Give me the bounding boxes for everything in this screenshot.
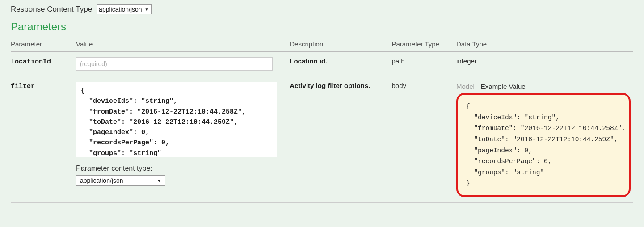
table-row: filter Parameter content type: applicati… — [11, 76, 633, 203]
response-content-type-row: Response Content Type application/json ▼ — [11, 4, 633, 14]
param-content-type-value: application/json — [80, 177, 123, 184]
parameters-heading: Parameters — [11, 21, 633, 33]
locationid-param-type: path — [391, 57, 404, 65]
parameters-table: Parameter Value Description Parameter Ty… — [11, 37, 633, 203]
param-content-type-label: Parameter content type: — [76, 164, 287, 172]
param-name-filter: filter — [11, 83, 35, 90]
table-header-row: Parameter Value Description Parameter Ty… — [11, 37, 633, 52]
header-data-type: Data Type — [456, 37, 633, 52]
locationid-input[interactable] — [76, 57, 273, 71]
data-type-tabs: Model Example Value — [456, 83, 631, 90]
locationid-description: Location id. — [290, 57, 327, 65]
header-description: Description — [290, 37, 391, 52]
filter-description: Activity log filter options. — [290, 82, 370, 89]
param-content-type-select[interactable]: application/json ▼ — [76, 175, 165, 186]
locationid-data-type: integer — [456, 57, 477, 65]
example-value-box[interactable]: { "deviceIds": "string", "fromDate": "20… — [456, 93, 631, 197]
filter-textarea[interactable] — [76, 82, 277, 156]
param-name-locationid: locationId — [11, 58, 51, 66]
header-param-type: Parameter Type — [391, 37, 456, 52]
filter-param-type: body — [391, 82, 406, 89]
table-row: locationId Location id. path integer — [11, 52, 633, 76]
response-content-type-value: application/json — [99, 6, 142, 13]
response-content-type-select[interactable]: application/json ▼ — [97, 4, 151, 14]
tab-model[interactable]: Model — [456, 83, 475, 90]
header-value: Value — [76, 37, 290, 52]
filter-textarea-wrap — [76, 82, 277, 157]
chevron-down-icon: ▼ — [145, 7, 149, 12]
header-parameter: Parameter — [11, 37, 76, 52]
tab-example-value[interactable]: Example Value — [481, 83, 526, 90]
response-content-type-label: Response Content Type — [11, 5, 92, 14]
chevron-down-icon: ▼ — [157, 178, 161, 183]
